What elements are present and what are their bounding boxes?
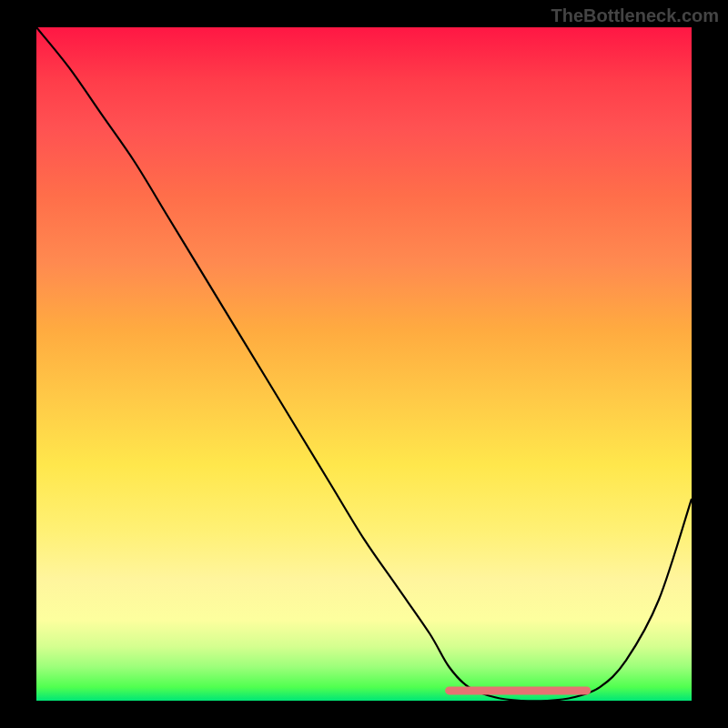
chart-container: TheBottleneck.com [0,0,728,728]
watermark-text: TheBottleneck.com [551,5,719,26]
curve-svg [36,27,692,701]
bottleneck-curve [36,27,692,701]
plot-area [36,27,692,701]
